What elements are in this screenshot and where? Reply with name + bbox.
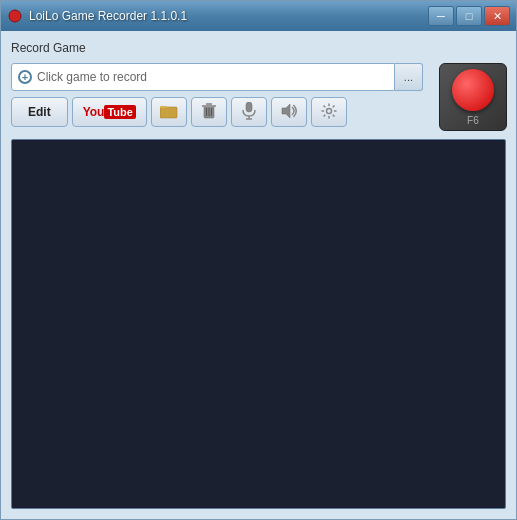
title-controls: ─ □ ✕ [428,6,510,26]
trash-icon [201,102,217,123]
buttons-row: Edit YouTube [11,97,347,127]
svg-marker-11 [282,104,290,118]
folder-icon [160,103,178,122]
settings-button[interactable] [311,97,347,127]
left-controls: + Click game to record ... Edit YouTube [11,63,423,127]
gear-icon [321,103,337,122]
restore-button[interactable]: □ [456,6,482,26]
preview-area [11,139,506,509]
svg-rect-4 [206,103,212,105]
top-row: + Click game to record ... Edit YouTube [11,63,506,131]
record-side: F6 [431,63,507,131]
input-row: + Click game to record ... [11,63,423,91]
edit-button[interactable]: Edit [11,97,68,127]
record-button-container[interactable]: F6 [439,63,507,131]
minimize-button[interactable]: ─ [428,6,454,26]
svg-rect-3 [202,105,216,107]
title-bar-left: LoiLo Game Recorder 1.1.0.1 [7,8,187,24]
app-icon [7,8,23,24]
more-button[interactable]: ... [395,63,423,91]
svg-rect-1 [160,107,177,118]
title-bar: LoiLo Game Recorder 1.1.0.1 ─ □ ✕ [1,1,516,31]
game-input-text: Click game to record [37,70,388,84]
title-text: LoiLo Game Recorder 1.1.0.1 [29,9,187,23]
record-game-label: Record Game [11,41,506,55]
game-input-container[interactable]: + Click game to record [11,63,395,91]
svg-point-0 [9,10,21,22]
trash-button[interactable] [191,97,227,127]
youtube-tube-text: Tube [104,105,135,119]
youtube-button[interactable]: YouTube [72,97,147,127]
microphone-button[interactable] [231,97,267,127]
record-key-label: F6 [467,115,479,126]
close-button[interactable]: ✕ [484,6,510,26]
folder-button[interactable] [151,97,187,127]
speaker-icon [280,103,298,122]
record-circle [452,69,494,111]
svg-rect-8 [246,102,252,112]
microphone-icon [242,102,256,123]
youtube-you-text: You [83,105,105,119]
plus-icon: + [18,70,32,84]
content-area: Record Game + Click game to record ... E… [1,31,516,519]
svg-point-12 [326,108,331,113]
app-window: LoiLo Game Recorder 1.1.0.1 ─ □ ✕ Record… [0,0,517,520]
speaker-button[interactable] [271,97,307,127]
